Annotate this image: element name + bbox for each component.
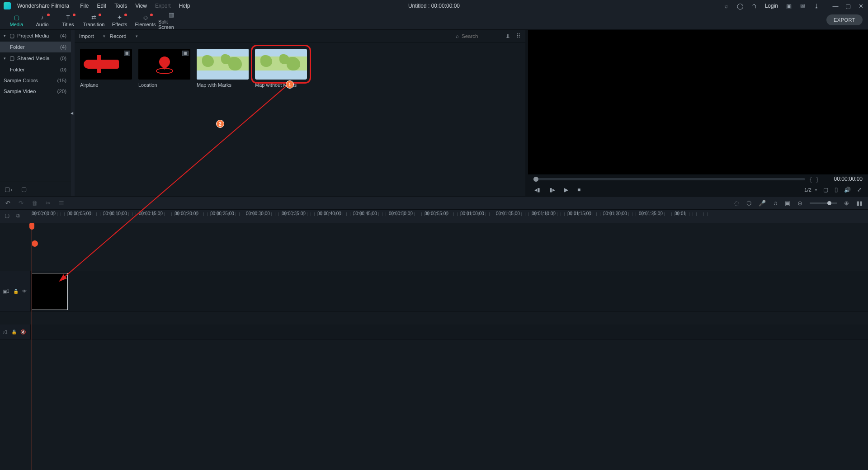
delete-folder-icon[interactable]: ▢: [21, 186, 27, 193]
menu-edit[interactable]: Edit: [97, 3, 107, 9]
text-icon: T: [66, 14, 70, 21]
gift-icon[interactable]: ⛫: [751, 3, 758, 9]
zoom-fit-icon[interactable]: ▮▮: [856, 200, 863, 207]
prev-frame-icon[interactable]: ◂▮: [534, 187, 540, 193]
mail-icon[interactable]: ✉: [799, 3, 806, 9]
tab-media[interactable]: ▢Media: [4, 12, 29, 29]
titlebar-right: ☼ ◯ ⛫ Login ▣ ✉ ⭳ — ▢ ✕: [723, 3, 864, 9]
lock-icon[interactable]: 🔒: [13, 289, 19, 294]
sidebar-shared-media[interactable]: ▾▢ Shared Media(0): [0, 52, 71, 64]
stop-icon[interactable]: ■: [577, 187, 580, 193]
track-label: ♪1: [3, 329, 8, 334]
redo-icon[interactable]: ↷: [19, 200, 24, 207]
thumb-airplane[interactable]: ▦Airplane: [80, 49, 132, 88]
track-head-video-1: ▣1 🔒 👁: [0, 271, 31, 311]
audio-mixer-icon[interactable]: ♫: [773, 200, 778, 207]
eye-icon[interactable]: 👁: [22, 289, 27, 294]
minimize-icon[interactable]: —: [832, 3, 839, 9]
search-box[interactable]: ⌕: [456, 33, 493, 39]
tab-audio[interactable]: ♪Audio: [29, 12, 55, 29]
import-dropdown[interactable]: Import: [79, 33, 105, 39]
lightbulb-icon[interactable]: ☼: [723, 3, 730, 9]
keyframe-icon[interactable]: ▣: [785, 200, 790, 207]
track-audio-1[interactable]: ♪1 🔒 🔇: [0, 324, 868, 340]
zoom-in-icon[interactable]: ⊕: [844, 200, 849, 207]
sidebar-sample-video[interactable]: Sample Video(20): [0, 86, 71, 97]
capture-icon[interactable]: ▢: [823, 187, 828, 193]
save-icon[interactable]: ▣: [785, 3, 792, 9]
sidebar-sample-colors[interactable]: Sample Colors(15): [0, 75, 71, 86]
thumb-location[interactable]: ▦Location: [138, 49, 190, 88]
mark-in-icon[interactable]: {: [810, 176, 811, 183]
new-folder-icon[interactable]: ▢₊: [5, 186, 13, 193]
tab-splitscreen[interactable]: ▥Split Screen: [158, 12, 184, 29]
search-input[interactable]: [462, 33, 493, 39]
maximize-icon[interactable]: ▢: [844, 3, 852, 9]
preview-panel: { } 00:00:00:00 ◂▮ ▮▸ ▶ ■ 1/2 ▢ ⌷ 🔊 ⤢: [528, 30, 868, 196]
fullscreen-icon[interactable]: ⤢: [857, 187, 862, 193]
image-badge-icon: ▦: [182, 51, 189, 56]
ruler-tick: 00:01:20:00: [603, 210, 639, 216]
next-frame-icon[interactable]: ▮▸: [549, 187, 555, 193]
render-icon[interactable]: ◌: [734, 200, 739, 207]
download-icon[interactable]: ⭳: [813, 3, 820, 9]
folder-icon: ▢: [14, 14, 19, 21]
mute-icon[interactable]: 🔇: [20, 329, 26, 334]
menu-file[interactable]: File: [80, 3, 89, 9]
ruler-tick: 00:00:40:00: [317, 210, 353, 216]
notification-dot: [150, 14, 153, 16]
thumb-map-with-marks[interactable]: Map with Marks: [197, 49, 249, 88]
menu-tools[interactable]: Tools: [114, 3, 127, 9]
sidebar-project-media[interactable]: ▾▢ Project Media(4): [0, 30, 71, 42]
timeline-ruler[interactable]: ▢ ⧉ 00:00:00:0000:00:05:0000:00:10:0000:…: [0, 210, 868, 223]
close-icon[interactable]: ✕: [857, 3, 864, 9]
filter-icon[interactable]: ⫫: [505, 33, 511, 39]
empty-clip-placeholder[interactable]: [32, 273, 68, 310]
timeline-zoom-slider[interactable]: [810, 202, 837, 204]
undo-icon[interactable]: ↶: [5, 200, 10, 207]
sidebar-folder[interactable]: Folder(4): [0, 42, 71, 52]
record-dropdown[interactable]: Record: [110, 33, 138, 39]
mark-out-icon[interactable]: }: [816, 176, 818, 183]
menu-view[interactable]: View: [135, 3, 147, 9]
tab-transition[interactable]: ⇄Transition: [81, 12, 107, 29]
delete-icon[interactable]: 🗑: [32, 200, 38, 207]
app-name: Wondershare Filmora: [17, 3, 69, 9]
preview-controls: ◂▮ ▮▸ ▶ ■ 1/2 ▢ ⌷ 🔊 ⤢: [528, 183, 868, 196]
adjust-icon[interactable]: ☰: [59, 200, 64, 207]
voiceover-icon[interactable]: 🎤: [759, 200, 766, 207]
tab-effects[interactable]: ✦Effects: [107, 12, 132, 29]
lock-icon[interactable]: 🔒: [11, 329, 17, 334]
effects-icon: ✦: [117, 14, 122, 21]
export-button[interactable]: EXPORT: [826, 14, 863, 25]
scrub-bar[interactable]: [533, 178, 805, 180]
snapshot-icon[interactable]: ⌷: [835, 187, 838, 193]
menu-export[interactable]: Export: [155, 3, 171, 9]
link-icon[interactable]: ⧉: [16, 212, 20, 219]
annotation-badge-2: 2: [216, 120, 224, 128]
playhead[interactable]: [32, 223, 32, 470]
ruler-tick: 00:01:05:00: [496, 210, 532, 216]
grid-view-icon[interactable]: ⠿: [516, 33, 521, 39]
volume-icon[interactable]: 🔊: [844, 187, 851, 193]
manage-tracks-icon[interactable]: ▢: [5, 212, 9, 219]
tab-titles[interactable]: TTitles: [55, 12, 81, 29]
marker-icon[interactable]: ⬡: [746, 200, 751, 207]
preview-canvas[interactable]: [528, 30, 868, 174]
elements-icon: ◇: [143, 14, 148, 21]
preview-zoom-select[interactable]: 1/2: [804, 187, 817, 193]
menu-help[interactable]: Help: [179, 3, 190, 9]
cut-icon[interactable]: ✂: [46, 200, 51, 207]
ruler-tick: 00:00:30:00: [246, 210, 282, 216]
headset-icon[interactable]: ◯: [737, 3, 744, 9]
play-icon[interactable]: ▶: [564, 187, 568, 193]
tab-elements[interactable]: ◇Elements: [132, 12, 158, 29]
transition-icon: ⇄: [91, 14, 96, 21]
login-link[interactable]: Login: [765, 3, 778, 9]
track-video-1[interactable]: ▣1 🔒 👁: [0, 271, 868, 312]
zoom-out-icon[interactable]: ⊖: [797, 200, 802, 207]
ruler-tick: 00:00:10:00: [103, 210, 139, 216]
thumb-map-without-marks[interactable]: Map without Marks: [255, 49, 307, 88]
collapse-sidebar-handle[interactable]: [71, 30, 75, 196]
sidebar-folder-2[interactable]: Folder(0): [0, 64, 71, 75]
